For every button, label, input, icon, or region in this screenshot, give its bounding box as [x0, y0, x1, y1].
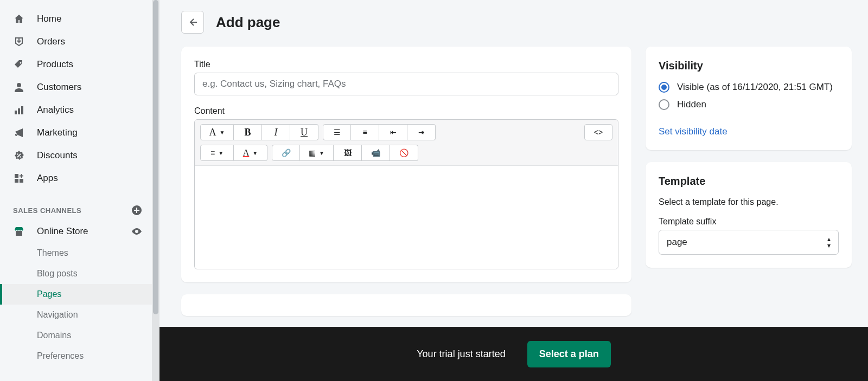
visibility-card: Visibility Visible (as of 16/11/2020, 21…: [646, 47, 852, 150]
sub-domains[interactable]: Domains: [0, 325, 152, 346]
visibility-hidden-radio[interactable]: Hidden: [659, 99, 839, 110]
nav-marketing[interactable]: Marketing: [0, 121, 152, 144]
sub-preferences[interactable]: Preferences: [0, 346, 152, 366]
svg-rect-4: [21, 106, 23, 114]
visibility-visible-radio[interactable]: Visible (as of 16/11/2020, 21:51 GMT): [659, 82, 839, 93]
select-caret-icon: ▴▾: [827, 236, 831, 249]
underline-button[interactable]: U: [290, 124, 318, 140]
caret-down-icon: ▼: [218, 150, 224, 156]
nav-label: Analytics: [37, 105, 74, 115]
svg-point-5: [17, 153, 18, 154]
image-icon: 🖼: [344, 148, 352, 157]
customers-icon: [13, 81, 25, 93]
main-content: Add page Title Content A▼: [159, 0, 868, 381]
align-button[interactable]: ≡▼: [200, 145, 234, 161]
sub-pages[interactable]: Pages: [0, 284, 152, 305]
code-icon: <>: [594, 128, 603, 137]
caret-down-icon: ▼: [220, 130, 225, 135]
outdent-icon: ⇤: [390, 128, 397, 137]
align-icon: ≡: [210, 148, 215, 157]
view-store-icon[interactable]: [131, 226, 142, 237]
channel-online-store[interactable]: Online Store: [0, 220, 152, 243]
image-button[interactable]: 🖼: [334, 145, 362, 161]
clear-icon: 🚫: [399, 148, 409, 157]
format-heading-button[interactable]: A▼: [200, 124, 234, 140]
indent-button[interactable]: ⇥: [407, 124, 436, 140]
nav-label: Customers: [37, 82, 81, 93]
nav-label: Products: [37, 59, 73, 70]
svg-rect-8: [20, 179, 23, 183]
table-button[interactable]: ▦▼: [300, 145, 334, 161]
sidebar-scrollbar[interactable]: [152, 0, 159, 381]
sales-channels-header: SALES CHANNELS: [0, 190, 152, 220]
nav-label: Orders: [37, 36, 65, 47]
marketing-icon: [13, 127, 25, 139]
svg-rect-9: [15, 179, 18, 183]
bold-button[interactable]: B: [234, 124, 262, 140]
text-color-icon: A: [243, 148, 250, 158]
visibility-heading: Visibility: [659, 60, 839, 72]
indent-icon: ⇥: [418, 128, 425, 137]
video-button[interactable]: 📹: [362, 145, 390, 161]
trial-banner: Your trial just started Select a plan: [159, 327, 868, 381]
svg-rect-11: [16, 231, 22, 236]
svg-point-1: [17, 83, 21, 87]
products-icon: [13, 59, 25, 70]
template-suffix-label: Template suffix: [659, 217, 839, 227]
clear-format-button[interactable]: 🚫: [390, 145, 418, 161]
sub-navigation[interactable]: Navigation: [0, 305, 152, 325]
nav-label: Apps: [37, 173, 58, 184]
nav-label: Marketing: [37, 127, 78, 138]
link-icon: 🔗: [282, 148, 291, 157]
svg-rect-2: [15, 111, 17, 114]
add-channel-icon[interactable]: [131, 205, 142, 216]
numbered-list-button[interactable]: ≡: [351, 124, 379, 140]
section-label: SALES CHANNELS: [13, 206, 81, 215]
template-card: Template Select a template for this page…: [646, 162, 852, 268]
nav-products[interactable]: Products: [0, 53, 152, 76]
set-visibility-date-link[interactable]: Set visibility date: [659, 126, 727, 137]
hidden-label: Hidden: [677, 99, 706, 110]
svg-point-6: [20, 156, 21, 157]
outdent-button[interactable]: ⇤: [379, 124, 407, 140]
nav-apps[interactable]: Apps: [0, 167, 152, 190]
caret-down-icon: ▼: [319, 150, 324, 156]
editor-toolbar: A▼ B I U ☰ ≡ ⇤ ⇥: [195, 120, 618, 166]
back-button[interactable]: [181, 11, 204, 34]
trial-text: Your trial just started: [417, 348, 505, 360]
title-input[interactable]: [194, 73, 618, 95]
title-content-card: Title Content A▼ B I: [181, 47, 631, 282]
video-icon: 📹: [371, 148, 380, 157]
bullet-list-icon: ☰: [334, 128, 341, 137]
bullet-list-button[interactable]: ☰: [323, 124, 351, 140]
nav-label: Discounts: [37, 150, 78, 161]
template-helper: Select a template for this page.: [659, 197, 839, 207]
html-view-button[interactable]: <>: [584, 124, 612, 140]
nav-discounts[interactable]: Discounts: [0, 144, 152, 167]
page-header: Add page: [181, 11, 852, 34]
template-suffix-select[interactable]: page ▴▾: [659, 230, 839, 255]
rich-text-editor: A▼ B I U ☰ ≡ ⇤ ⇥: [194, 119, 618, 269]
analytics-icon: [13, 104, 25, 116]
title-label: Title: [194, 60, 618, 69]
sub-themes[interactable]: Themes: [0, 243, 152, 263]
nav-orders[interactable]: Orders: [0, 30, 152, 53]
visible-label: Visible (as of 16/11/2020, 21:51 GMT): [677, 82, 833, 93]
nav-home[interactable]: Home: [0, 8, 152, 30]
italic-button[interactable]: I: [262, 124, 290, 140]
numbered-list-icon: ≡: [362, 128, 367, 137]
template-heading: Template: [659, 175, 839, 188]
select-plan-button[interactable]: Select a plan: [527, 341, 611, 367]
link-button[interactable]: 🔗: [272, 145, 300, 161]
sidebar: Home Orders Products Customers Analytics: [0, 0, 152, 381]
nav-customers[interactable]: Customers: [0, 76, 152, 99]
nav-analytics[interactable]: Analytics: [0, 99, 152, 121]
sub-blog-posts[interactable]: Blog posts: [0, 263, 152, 284]
table-icon: ▦: [309, 148, 316, 157]
home-icon: [13, 13, 25, 25]
select-value: page: [667, 237, 687, 248]
text-color-button[interactable]: A▼: [234, 145, 267, 161]
content-textarea[interactable]: [195, 166, 618, 269]
svg-point-0: [20, 62, 22, 64]
apps-icon: [13, 172, 25, 184]
